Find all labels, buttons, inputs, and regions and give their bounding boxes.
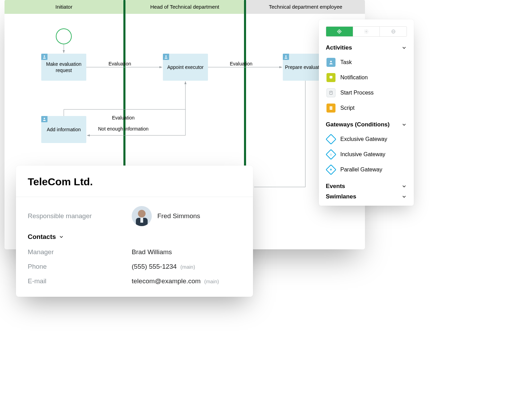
section-label: Gateways (Conditions) (326, 121, 390, 128)
chevron-down-icon (59, 234, 64, 240)
swimlane-header: Initiator (5, 0, 123, 14)
field-value-manager: Brad Williams (132, 248, 172, 256)
user-task-icon (41, 116, 47, 122)
script-icon (326, 104, 335, 113)
phone-link[interactable]: (555) 555-1234 (132, 263, 177, 270)
field-label-responsible: Responsible manager (28, 212, 132, 220)
exclusive-gateway-icon (326, 135, 335, 144)
company-card: TeleCom Ltd. Responsible manager Fred Si… (16, 166, 253, 297)
svg-point-14 (330, 61, 332, 62)
svg-rect-16 (330, 91, 332, 94)
company-title: TeleCom Ltd. (16, 166, 253, 197)
parallel-gateway-icon: + (326, 165, 335, 174)
toolbox-item-script[interactable]: Script (326, 100, 407, 116)
task-make-evaluation-request[interactable]: Make evaluation request (41, 54, 86, 81)
globe-icon (391, 29, 396, 34)
bpmn-start-event[interactable] (56, 28, 72, 44)
toolbox-item-start-process[interactable]: Start Process (326, 85, 407, 100)
toolbox-item-inclusive-gateway[interactable]: ○ Inclusive Gateway (326, 147, 407, 162)
responsible-manager-link[interactable]: Fred Simmons (157, 212, 200, 220)
toolbox-item-task[interactable]: Task (326, 55, 407, 70)
toolbox-item-parallel-gateway[interactable]: + Parallel Gateway (326, 162, 407, 177)
chevron-down-icon (401, 45, 407, 51)
email-hint: (main) (204, 278, 219, 284)
svg-point-19 (138, 210, 146, 217)
toolbox-item-label: Notification (340, 74, 368, 81)
task-label: Appoint executor (167, 64, 203, 70)
toolbox-tab-settings[interactable] (353, 27, 380, 36)
svg-rect-21 (140, 218, 143, 223)
contacts-section-toggle[interactable]: Contacts (28, 233, 241, 241)
avatar (132, 206, 152, 226)
user-task-icon (163, 54, 169, 60)
toolbox-item-label: Task (340, 59, 352, 65)
task-icon (326, 58, 335, 67)
svg-point-2 (285, 55, 287, 57)
start-process-icon (326, 88, 335, 97)
field-label-manager: Manager (28, 248, 132, 256)
section-label: Swimlanes (326, 193, 356, 200)
toolbox-item-label: Exclusive Gateway (340, 136, 387, 142)
toolbox-section-swimlanes[interactable]: Swimlanes (326, 193, 407, 200)
task-add-information[interactable]: Add information (41, 116, 86, 143)
swimlane-header: Technical department employee (246, 0, 365, 14)
user-task-icon (41, 54, 47, 60)
toolbox-tabbar (326, 26, 407, 37)
field-label-email: E-mail (28, 277, 132, 285)
toolbox-item-exclusive-gateway[interactable]: Exclusive Gateway (326, 132, 407, 147)
email-link[interactable]: telecom@example.com (132, 277, 201, 285)
toolbox-item-label: Start Process (340, 90, 374, 96)
svg-point-3 (44, 118, 45, 119)
section-label: Activities (326, 44, 352, 51)
phone-hint: (main) (180, 264, 195, 270)
toolbox-item-label: Script (340, 105, 355, 111)
edge-label: Evaluation (108, 61, 131, 66)
toolbox-item-label: Inclusive Gateway (340, 151, 385, 158)
section-label: Events (326, 183, 345, 190)
chevron-down-icon (401, 194, 407, 199)
toolbox-item-notification[interactable]: Notification (326, 70, 407, 85)
svg-point-10 (366, 31, 367, 32)
gear-icon (364, 29, 369, 34)
diamond-plus-icon (337, 29, 342, 34)
toolbox-section-activities[interactable]: Activities (326, 44, 407, 51)
svg-point-1 (165, 55, 167, 57)
toolbox-tab-globe[interactable] (380, 27, 407, 36)
section-label: Contacts (28, 233, 56, 241)
notification-icon (326, 73, 335, 82)
user-task-icon (283, 54, 289, 60)
chevron-down-icon (401, 184, 407, 189)
edge-label: Evaluation (230, 61, 252, 66)
toolbox-section-gateways[interactable]: Gateways (Conditions) (326, 121, 407, 128)
svg-point-0 (44, 55, 45, 57)
edge-label: Evaluation (112, 115, 134, 121)
task-appoint-executor[interactable]: Appoint executor (163, 54, 208, 81)
toolbox-item-label: Parallel Gateway (340, 167, 382, 173)
toolbox-tab-elements[interactable] (326, 27, 353, 36)
swimlane-header: Head of Technical department (125, 0, 244, 14)
toolbox-panel: Activities Task Notification Start Proce… (319, 19, 414, 206)
inclusive-gateway-icon: ○ (326, 150, 335, 159)
task-label: Make evaluation request (43, 61, 84, 73)
edge-label: Not enough information (98, 126, 149, 132)
svg-rect-15 (330, 76, 332, 78)
toolbox-section-events[interactable]: Events (326, 183, 407, 190)
task-label: Add information (47, 126, 81, 133)
field-label-phone: Phone (28, 263, 132, 270)
chevron-down-icon (401, 122, 407, 127)
